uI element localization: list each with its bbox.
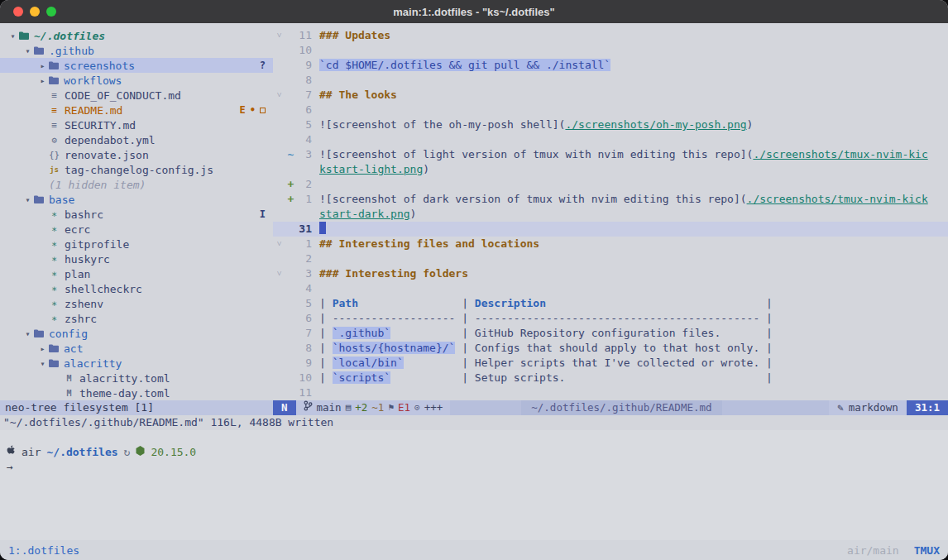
tree-item[interactable]: ∗gitprofile <box>0 237 273 251</box>
line-text <box>319 73 948 88</box>
chevron-down-icon[interactable]: ▾ <box>22 329 34 338</box>
editor-line[interactable]: +2 <box>273 177 948 192</box>
tree-item-badges: E• <box>240 104 266 116</box>
fold-open-icon[interactable]: ˅ <box>273 237 285 251</box>
line-segment: ![screenshot of light version of tmux wi… <box>319 148 753 160</box>
chevron-right-icon[interactable]: ▸ <box>36 76 49 85</box>
editor-line[interactable]: 4 <box>273 281 948 296</box>
editor-buffer[interactable]: ˅11### Updates109`cd $HOME/.dotfiles && … <box>273 23 948 400</box>
json-braces-icon: {} <box>49 150 60 160</box>
tree-item[interactable]: ∗plan <box>0 266 273 281</box>
tree-item[interactable]: ▾~/.dotfiles <box>0 28 273 43</box>
fold-open-icon[interactable]: ˅ <box>273 28 285 43</box>
tree-item[interactable]: ▸screenshots? <box>0 58 273 73</box>
tmux-window-tab[interactable]: 1:.dotfiles <box>8 544 79 557</box>
mark-badge: I <box>260 208 266 220</box>
tree-item[interactable]: ∗ecrc <box>0 222 273 237</box>
editor-line[interactable]: +1![screenshot of dark version of tmux w… <box>273 192 948 207</box>
editor-line[interactable]: 5| Path | Description | <box>273 296 948 311</box>
editor-line[interactable]: 11 <box>273 385 948 400</box>
tree-item-label: CODE_OF_CONDUCT.md <box>65 89 181 102</box>
editor-line[interactable]: 4 <box>273 132 948 147</box>
traffic-lights <box>13 7 56 17</box>
folder-icon <box>49 344 59 352</box>
line-number: 31 <box>296 222 319 237</box>
line-segment: Path <box>333 297 358 309</box>
tree-item-label: alacritty <box>64 357 122 370</box>
folder-icon <box>19 31 29 40</box>
editor-line[interactable]: ˅1## Interesting files and locations <box>273 237 948 251</box>
chevron-down-icon[interactable]: ▾ <box>7 31 19 41</box>
pencil-icon: ✎ <box>837 400 844 415</box>
chevron-down-icon[interactable]: ▾ <box>22 195 34 204</box>
tree-item[interactable]: ∗zshrc <box>0 311 273 326</box>
tree-item[interactable]: {}renovate.json <box>0 147 273 162</box>
tree-item[interactable]: ≡README.mdE• <box>0 103 273 117</box>
tree-item[interactable]: ▸workflows <box>0 73 273 88</box>
tree-item[interactable]: jstag-changelog-config.js <box>0 162 273 177</box>
editor-line[interactable]: 7| `.github` | GitHub Repository configu… <box>273 326 948 341</box>
editor-line[interactable]: kstart-light.png) <box>273 162 948 177</box>
line-text: | ------------------- | ----------------… <box>319 311 948 326</box>
tree-item-label: act <box>64 342 83 355</box>
shell-prompt: air ~/.dotfiles ↻ 20.15.0 <box>0 445 948 460</box>
chevron-down-icon[interactable]: ▾ <box>36 359 49 368</box>
tree-item[interactable]: ∗huskyrc <box>0 251 273 266</box>
tree-item[interactable]: ⚙dependabot.yml <box>0 132 273 147</box>
editor-line[interactable]: 31 <box>273 222 948 237</box>
document-icon: ≡ <box>49 120 60 131</box>
line-number: 5 <box>296 296 319 311</box>
tree-item[interactable]: ∗zshenv <box>0 296 273 311</box>
maximize-button[interactable] <box>46 7 56 17</box>
editor-line[interactable]: 10| `scripts` | Setup scripts. | <box>273 371 948 385</box>
tree-item[interactable]: ▾base <box>0 192 273 207</box>
line-segment: | Configs that should apply to that host… <box>455 342 773 354</box>
line-segment: ### Updates <box>319 29 390 41</box>
editor-line[interactable]: 6 <box>273 103 948 117</box>
fold-open-icon[interactable]: ˅ <box>273 266 285 281</box>
chevron-right-icon[interactable]: ▸ <box>36 344 49 353</box>
nodejs-icon <box>136 445 145 460</box>
editor-line[interactable]: 8 <box>273 73 948 88</box>
fold-open-icon[interactable]: ˅ <box>273 88 285 103</box>
tree-item[interactable]: (1 hidden item) <box>0 177 273 192</box>
line-segment: ) <box>423 163 429 175</box>
tree-item-label: ~/.dotfiles <box>34 30 105 42</box>
line-text: start-dark.png) <box>319 207 948 222</box>
editor-line[interactable]: 8| `hosts/{hostname}/` | Configs that sh… <box>273 341 948 356</box>
tree-item[interactable]: ▾config <box>0 326 273 341</box>
editor-line[interactable]: 9`cd $HOME/.dotfiles && git pull && ./in… <box>273 58 948 73</box>
close-button[interactable] <box>13 7 23 17</box>
editor-line[interactable]: ˅7## The looks <box>273 88 948 103</box>
tree-item[interactable]: ≡CODE_OF_CONDUCT.md <box>0 88 273 103</box>
minimize-button[interactable] <box>30 7 40 17</box>
tree-item[interactable]: ▾.github <box>0 43 273 58</box>
editor-line[interactable]: ~3![screenshot of light version of tmux … <box>273 147 948 162</box>
editor-line[interactable]: 2 <box>273 251 948 266</box>
editor-line[interactable]: 6| ------------------- | ---------------… <box>273 311 948 326</box>
chevron-down-icon[interactable]: ▾ <box>22 46 34 55</box>
tree-item-label: README.md <box>65 104 122 117</box>
tree-item[interactable]: Mtheme-day.toml <box>0 385 273 400</box>
folder-icon <box>49 76 59 84</box>
editor-line[interactable]: ˅3### Interesting folders <box>273 266 948 281</box>
shell-pane[interactable]: air ~/.dotfiles ↻ 20.15.0 → <box>0 430 948 540</box>
tree-item[interactable]: ≡SECURITY.md <box>0 117 273 132</box>
line-number: 7 <box>296 326 319 341</box>
tree-item-label: zshenv <box>65 298 103 310</box>
shell-config-icon: ∗ <box>49 223 60 235</box>
tree-item[interactable]: ▾alacritty <box>0 356 273 371</box>
line-number: 6 <box>296 311 319 326</box>
editor-line[interactable]: 9| `local/bin` | Helper scripts that I'v… <box>273 356 948 371</box>
chevron-right-icon[interactable]: ▸ <box>36 61 49 70</box>
editor-line[interactable]: ˅11### Updates <box>273 28 948 43</box>
tree-item[interactable]: ∗bashrcI <box>0 207 273 222</box>
editor-line[interactable]: 5![screenshot of the oh-my-posh shell](.… <box>273 117 948 132</box>
line-text: ## Interesting files and locations <box>319 237 948 251</box>
sign-column <box>285 132 296 147</box>
tree-item[interactable]: ▸act <box>0 341 273 356</box>
editor-line[interactable]: start-dark.png) <box>273 207 948 222</box>
tree-item[interactable]: Malacritty.toml <box>0 371 273 385</box>
editor-line[interactable]: 10 <box>273 43 948 58</box>
tree-item[interactable]: ∗shellcheckrc <box>0 281 273 296</box>
